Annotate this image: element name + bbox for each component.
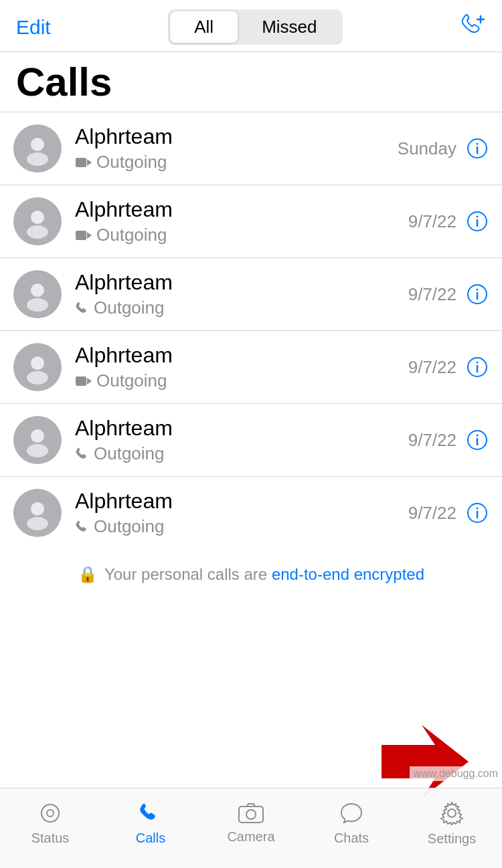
- phone-plus-icon: [461, 13, 486, 36]
- call-type-label: Outgoing: [96, 225, 167, 245]
- svg-rect-47: [239, 806, 263, 823]
- svg-point-19: [27, 298, 48, 312]
- encryption-link[interactable]: end-to-end encrypted: [272, 565, 424, 583]
- call-date: 9/7/22: [408, 211, 456, 232]
- lock-icon: 🔒: [78, 565, 98, 584]
- call-item[interactable]: Alphrteam Outgoing9/7/22: [0, 257, 502, 330]
- avatar: [13, 489, 62, 537]
- call-name: Alphrteam: [75, 270, 408, 295]
- svg-point-17: [477, 216, 479, 218]
- svg-point-31: [477, 362, 479, 364]
- tab-camera-label: Camera: [227, 829, 274, 845]
- video-icon: [75, 156, 92, 169]
- call-type: Outgoing: [75, 225, 408, 245]
- edit-button[interactable]: Edit: [16, 16, 51, 39]
- call-type-label: Outgoing: [94, 516, 165, 537]
- call-name: Alphrteam: [75, 197, 408, 222]
- tab-settings[interactable]: Settings: [402, 788, 502, 859]
- info-circle-icon: [466, 502, 489, 524]
- call-info-button[interactable]: [466, 137, 489, 160]
- tab-bar: Status Calls Camera Chats: [0, 788, 502, 868]
- call-info: Alphrteam Outgoing: [75, 124, 398, 173]
- svg-marker-6: [87, 159, 92, 166]
- call-item[interactable]: Alphrteam OutgoingSunday: [0, 112, 502, 185]
- call-info-button[interactable]: [466, 429, 489, 451]
- tab-chats[interactable]: Chats: [301, 788, 402, 859]
- encryption-text: Your personal calls are end-to-end encry…: [104, 565, 424, 584]
- call-item[interactable]: Alphrteam Outgoing9/7/22: [0, 403, 502, 476]
- call-meta: 9/7/22: [408, 502, 489, 524]
- avatar: [13, 124, 62, 173]
- svg-marker-28: [87, 378, 92, 385]
- svg-point-39: [27, 517, 48, 530]
- call-date: Sunday: [398, 138, 456, 159]
- call-item[interactable]: Alphrteam Outgoing9/7/22: [0, 330, 502, 403]
- svg-rect-13: [76, 231, 86, 240]
- svg-marker-14: [87, 232, 92, 239]
- call-name: Alphrteam: [75, 343, 408, 368]
- call-info: Alphrteam Outgoing: [75, 489, 408, 537]
- tab-settings-label: Settings: [428, 831, 476, 847]
- svg-point-3: [27, 152, 48, 166]
- call-date: 9/7/22: [408, 357, 456, 378]
- top-bar: Edit All Missed: [0, 0, 502, 51]
- call-type-label: Outgoing: [94, 443, 165, 464]
- info-circle-icon: [466, 429, 489, 451]
- tab-status-label: Status: [31, 831, 70, 846]
- add-call-button[interactable]: [461, 13, 486, 41]
- call-info-button[interactable]: [466, 283, 489, 306]
- call-type-label: Outgoing: [96, 370, 167, 391]
- video-icon: [75, 375, 92, 387]
- call-info-button[interactable]: [466, 502, 489, 524]
- chats-icon: [339, 802, 363, 828]
- svg-point-34: [31, 429, 44, 443]
- tab-calls[interactable]: Calls: [100, 788, 201, 859]
- svg-point-23: [477, 289, 479, 291]
- call-name: Alphrteam: [75, 489, 408, 514]
- tab-camera[interactable]: Camera: [201, 788, 301, 859]
- tab-chats-label: Chats: [334, 831, 369, 846]
- call-info: Alphrteam Outgoing: [75, 343, 408, 391]
- call-meta: Sunday: [398, 137, 489, 160]
- svg-point-25: [27, 371, 48, 385]
- info-circle-icon: [466, 283, 489, 306]
- segment-missed[interactable]: Missed: [238, 11, 341, 43]
- call-info-button[interactable]: [466, 210, 489, 233]
- phone-icon: [75, 520, 90, 534]
- watermark: www.debugg.com: [410, 766, 502, 781]
- tab-status[interactable]: Status: [0, 788, 100, 859]
- call-meta: 9/7/22: [408, 429, 489, 451]
- svg-point-33: [27, 444, 48, 457]
- call-name: Alphrteam: [75, 416, 408, 441]
- call-type: Outgoing: [75, 443, 408, 464]
- svg-rect-27: [76, 376, 86, 386]
- settings-icon: [440, 801, 464, 829]
- phone-icon: [75, 447, 90, 461]
- segment-control: All Missed: [168, 9, 343, 45]
- call-date: 9/7/22: [408, 503, 456, 524]
- svg-point-43: [477, 508, 479, 510]
- call-meta: 9/7/22: [408, 356, 489, 378]
- svg-point-45: [41, 804, 59, 822]
- svg-point-4: [31, 138, 44, 151]
- avatar: [13, 416, 62, 464]
- call-meta: 9/7/22: [408, 210, 489, 233]
- calls-icon: [139, 802, 163, 828]
- call-item[interactable]: Alphrteam Outgoing9/7/22: [0, 185, 502, 257]
- call-item[interactable]: Alphrteam Outgoing9/7/22: [0, 476, 502, 549]
- encryption-notice: 🔒 Your personal calls are end-to-end enc…: [0, 549, 502, 600]
- segment-all[interactable]: All: [170, 11, 238, 43]
- call-type-label: Outgoing: [96, 152, 167, 173]
- page-title: Calls: [0, 52, 502, 112]
- call-name: Alphrteam: [75, 124, 398, 149]
- status-icon: [39, 802, 62, 828]
- call-info-button[interactable]: [466, 356, 489, 378]
- svg-point-11: [27, 225, 48, 239]
- svg-point-46: [47, 810, 54, 817]
- call-type: Outgoing: [75, 152, 398, 173]
- tab-calls-label: Calls: [136, 831, 165, 846]
- call-list: Alphrteam OutgoingSunday Alphrteam Outgo…: [0, 112, 502, 549]
- call-type-label: Outgoing: [94, 298, 165, 318]
- call-info: Alphrteam Outgoing: [75, 416, 408, 464]
- svg-point-49: [448, 809, 456, 817]
